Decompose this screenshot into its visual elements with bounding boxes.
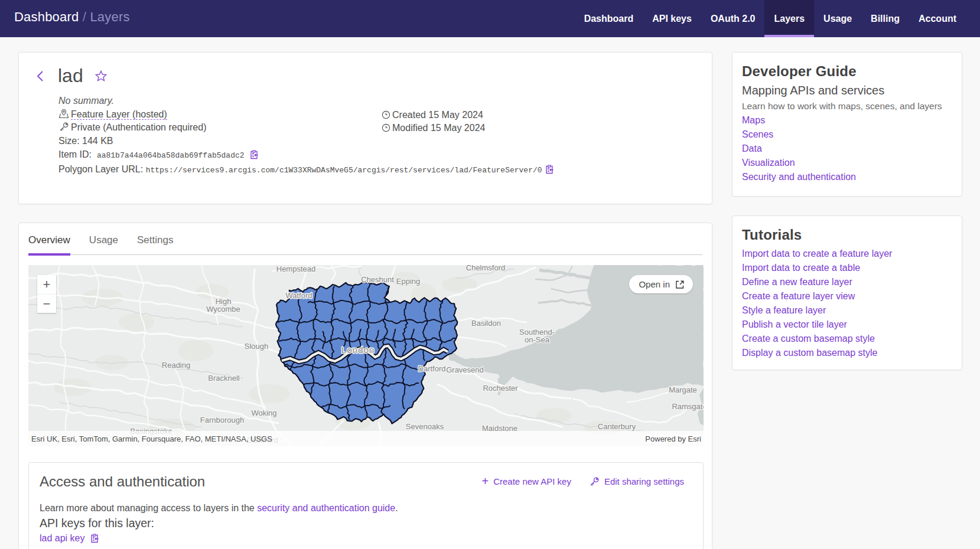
svg-text:Reading: Reading: [162, 361, 190, 370]
svg-text:on-Sea: on-Sea: [525, 335, 550, 344]
svg-text:Dartford: Dartford: [418, 364, 446, 373]
svg-text:Wycombe: Wycombe: [206, 305, 240, 313]
svg-text:London: London: [341, 345, 375, 355]
svg-text:Woking: Woking: [251, 409, 276, 417]
svg-text:Chelmsford: Chelmsford: [466, 265, 505, 272]
svg-text:Sevenoaks: Sevenoaks: [406, 422, 444, 431]
svg-text:Slough: Slough: [245, 342, 268, 351]
svg-text:Rochester: Rochester: [483, 384, 518, 393]
svg-text:Ramsgate: Ramsgate: [672, 402, 704, 411]
svg-text:Farnborough: Farnborough: [200, 416, 244, 424]
svg-text:Hempstead: Hempstead: [276, 265, 315, 273]
svg-text:Basildon: Basildon: [471, 319, 501, 328]
svg-text:Cheshunt: Cheshunt: [361, 275, 394, 284]
svg-text:Watford: Watford: [285, 291, 312, 300]
svg-text:Canterbury: Canterbury: [598, 422, 636, 431]
svg-text:Margate: Margate: [669, 385, 697, 394]
svg-text:Epping: Epping: [396, 277, 420, 286]
svg-text:Bracknell: Bracknell: [208, 374, 240, 383]
svg-text:Gravesend: Gravesend: [446, 365, 484, 374]
